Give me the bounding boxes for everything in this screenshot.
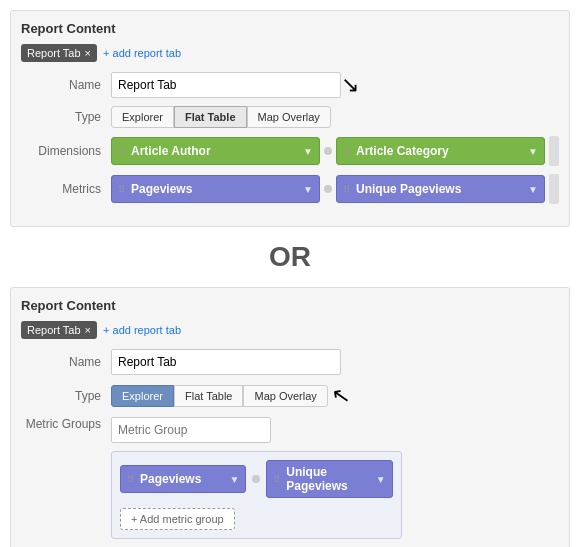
top-metric2-caret: ▼ [528, 184, 538, 195]
top-metrics-label: Metrics [21, 182, 111, 196]
bottom-type-row: Type Explorer Flat Table Map Overlay ↘ [21, 383, 559, 409]
top-name-row: Name ↘ [21, 72, 559, 98]
top-metrics-scroll [549, 174, 559, 204]
top-type-map-overlay[interactable]: Map Overlay [247, 106, 331, 128]
top-dimensions-label: Dimensions [21, 144, 111, 158]
bottom-tab-close[interactable]: × [85, 324, 91, 336]
bottom-metric1-dropdown[interactable]: ⠿ Pageviews ▼ [120, 465, 246, 493]
bottom-section-title: Report Content [21, 298, 559, 313]
top-dim2-drag-handle: ⠿ [343, 146, 350, 157]
top-metrics-row: Metrics ⠿ Pageviews ▼ ⠿ Unique Pageviews… [21, 174, 559, 204]
bottom-metric1-drag-handle: ⠿ [127, 474, 134, 485]
bottom-type-map-overlay[interactable]: Map Overlay [243, 385, 327, 407]
bottom-metric-group-input[interactable] [111, 417, 271, 443]
top-tab-close[interactable]: × [85, 47, 91, 59]
top-metric2-drag-handle: ⠿ [343, 184, 350, 195]
bottom-name-label: Name [21, 355, 111, 369]
top-add-tab-link[interactable]: + add report tab [103, 47, 181, 59]
top-metric2-dropdown[interactable]: ⠿ Unique Pageviews ▼ [336, 175, 545, 203]
top-type-buttons: Explorer Flat Table Map Overlay [111, 106, 331, 128]
bottom-type-flat-table[interactable]: Flat Table [174, 385, 244, 407]
bottom-metric-groups-label: Metric Groups [21, 417, 111, 431]
bottom-arrow-annotation: ↘ [330, 382, 352, 411]
top-metric1-dropdown[interactable]: ⠿ Pageviews ▼ [111, 175, 320, 203]
top-name-input-wrapper: ↘ [111, 72, 359, 98]
top-dim2-caret: ▼ [528, 146, 538, 157]
top-type-explorer[interactable]: Explorer [111, 106, 174, 128]
bottom-tab-bar: Report Tab × + add report tab [21, 321, 559, 339]
bottom-metric-group-box: ⠿ Pageviews ▼ ⠿ Unique Pageviews ▼ + Add… [111, 451, 402, 539]
bottom-metric2-drag-handle: ⠿ [273, 474, 280, 485]
bottom-add-metric-group-btn[interactable]: + Add metric group [120, 508, 235, 530]
top-dims-scroll [549, 136, 559, 166]
bottom-report-tab-badge[interactable]: Report Tab × [21, 321, 97, 339]
bottom-metric-groups-row: Metric Groups ⠿ Pageviews ▼ ⠿ Unique Pag… [21, 417, 559, 539]
top-metric1-label: Pageviews [131, 182, 297, 196]
top-dim1-label: Article Author [131, 144, 297, 158]
top-dim-separator [324, 147, 332, 155]
top-type-row: Type Explorer Flat Table Map Overlay [21, 106, 559, 128]
top-dims-container: ⠿ Article Author ▼ ⠿ Article Category ▼ [111, 137, 545, 165]
top-name-label: Name [21, 78, 111, 92]
bottom-tab-label: Report Tab [27, 324, 81, 336]
top-arrow-annotation: ↘ [341, 72, 359, 98]
top-metrics-container: ⠿ Pageviews ▼ ⠿ Unique Pageviews ▼ [111, 175, 545, 203]
bottom-type-label: Type [21, 389, 111, 403]
bottom-type-explorer[interactable]: Explorer [111, 385, 174, 407]
top-section-title: Report Content [21, 21, 559, 36]
top-report-tab-badge[interactable]: Report Tab × [21, 44, 97, 62]
top-name-input[interactable] [111, 72, 341, 98]
bottom-report-content-section: Report Content Report Tab × + add report… [10, 287, 570, 547]
bottom-type-wrapper: Explorer Flat Table Map Overlay ↘ [111, 383, 350, 409]
bottom-metric1-caret: ▼ [229, 474, 239, 485]
bottom-name-input[interactable] [111, 349, 341, 375]
bottom-metric2-caret: ▼ [376, 474, 386, 485]
bottom-add-tab-link[interactable]: + add report tab [103, 324, 181, 336]
bottom-metric-groups-content: ⠿ Pageviews ▼ ⠿ Unique Pageviews ▼ + Add… [111, 417, 402, 539]
top-dim1-dropdown[interactable]: ⠿ Article Author ▼ [111, 137, 320, 165]
top-tab-bar: Report Tab × + add report tab [21, 44, 559, 62]
top-metric-separator [324, 185, 332, 193]
top-type-flat-table[interactable]: Flat Table [174, 106, 247, 128]
or-divider: OR [0, 237, 580, 277]
top-dim1-caret: ▼ [303, 146, 313, 157]
bottom-metric2-dropdown[interactable]: ⠿ Unique Pageviews ▼ [266, 460, 392, 498]
bottom-metric-separator [252, 475, 260, 483]
bottom-metric1-label: Pageviews [140, 472, 223, 486]
top-dimensions-row: Dimensions ⠿ Article Author ▼ ⠿ Article … [21, 136, 559, 166]
bottom-name-row: Name [21, 349, 559, 375]
top-metric2-label: Unique Pageviews [356, 182, 522, 196]
top-dim1-drag-handle: ⠿ [118, 146, 125, 157]
top-tab-label: Report Tab [27, 47, 81, 59]
bottom-type-buttons: Explorer Flat Table Map Overlay [111, 385, 328, 407]
top-type-label: Type [21, 110, 111, 124]
top-metric1-caret: ▼ [303, 184, 313, 195]
top-report-content-section: Report Content Report Tab × + add report… [10, 10, 570, 227]
bottom-metrics-row: ⠿ Pageviews ▼ ⠿ Unique Pageviews ▼ [120, 460, 393, 498]
top-metric1-drag-handle: ⠿ [118, 184, 125, 195]
bottom-metric2-label: Unique Pageviews [286, 465, 369, 493]
top-dim2-label: Article Category [356, 144, 522, 158]
top-dim2-dropdown[interactable]: ⠿ Article Category ▼ [336, 137, 545, 165]
